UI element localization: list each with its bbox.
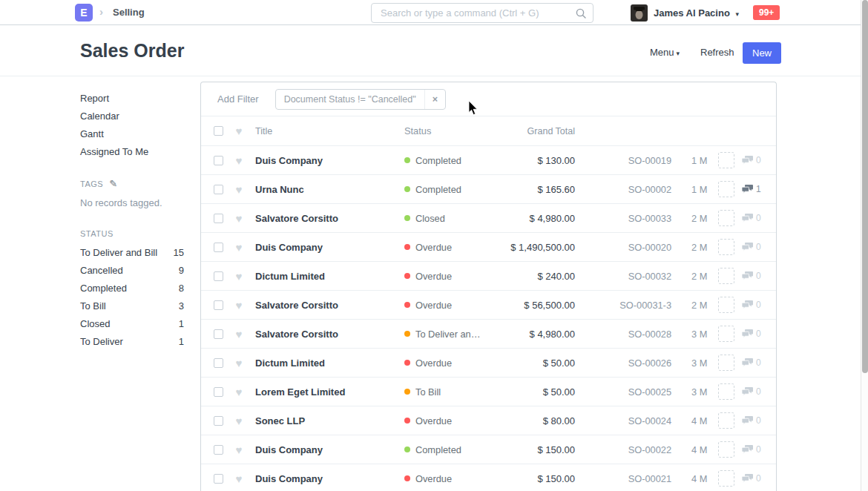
assignment-placeholder[interactable]	[718, 239, 734, 255]
column-grand-total[interactable]: Grand Total	[501, 126, 575, 136]
heart-icon[interactable]: ♥	[233, 213, 245, 224]
table-row[interactable]: ♥ Lorem Eget Limited To Bill $ 50.00 SO-…	[201, 378, 776, 406]
row-title[interactable]: Duis Company	[255, 155, 404, 166]
table-row[interactable]: ♥ Duis Company Completed $ 130.00 SO-000…	[201, 146, 776, 175]
row-title[interactable]: Lorem Eget Limited	[255, 386, 404, 398]
row-checkbox[interactable]	[214, 329, 223, 339]
row-checkbox[interactable]	[214, 358, 223, 368]
assignment-placeholder[interactable]	[718, 383, 734, 400]
assignment-placeholder[interactable]	[718, 412, 734, 429]
row-title[interactable]: Duis Company	[255, 242, 404, 253]
heart-icon[interactable]: ♥	[233, 444, 245, 455]
row-document-id[interactable]: SO-00028	[575, 329, 671, 340]
notifications-badge[interactable]: 99+	[753, 5, 780, 20]
search-input[interactable]	[372, 7, 576, 19]
row-document-id[interactable]: SO-00024	[575, 415, 671, 426]
row-checkbox[interactable]	[214, 416, 223, 426]
row-checkbox[interactable]	[214, 156, 223, 165]
heart-icon[interactable]: ♥	[233, 473, 245, 484]
add-filter-button[interactable]: Add Filter	[217, 93, 259, 105]
table-row[interactable]: ♥ Duis Company Overdue $ 1,490,500.00 SO…	[201, 233, 776, 262]
heart-icon[interactable]: ♥	[233, 386, 245, 398]
table-row[interactable]: ♥ Salvatore Corsitto Overdue $ 56,500.00…	[201, 291, 776, 320]
select-all-checkbox[interactable]	[214, 126, 223, 136]
row-checkbox[interactable]	[214, 300, 223, 310]
row-document-id[interactable]: SO-00021	[575, 473, 671, 484]
heart-icon[interactable]: ♥	[233, 184, 245, 195]
row-title[interactable]: Duis Company	[255, 473, 404, 484]
sidebar-view-item[interactable]: Gantt	[80, 125, 184, 143]
table-row[interactable]: ♥ Salvatore Corsitto Closed $ 4,980.00 S…	[201, 204, 776, 233]
sidebar-status-item[interactable]: Cancelled 9	[80, 262, 184, 280]
assignment-placeholder[interactable]	[718, 297, 734, 313]
row-title[interactable]: Urna Nunc	[255, 184, 404, 195]
sidebar-status-item[interactable]: Completed 8	[80, 280, 184, 297]
row-checkbox[interactable]	[214, 185, 223, 194]
row-title[interactable]: Salvatore Corsitto	[255, 213, 404, 224]
edit-tags-icon[interactable]: ✎	[109, 178, 117, 189]
search-icon[interactable]	[576, 8, 586, 19]
row-document-id[interactable]: SO-00033	[575, 213, 671, 224]
column-title[interactable]: Title	[255, 126, 404, 136]
row-title[interactable]: Duis Company	[255, 444, 404, 455]
global-search[interactable]	[371, 3, 594, 23]
row-title[interactable]: Dictum Limited	[255, 357, 404, 369]
assignment-placeholder[interactable]	[718, 152, 734, 168]
row-document-id[interactable]: SO-00026	[575, 357, 671, 369]
row-document-id[interactable]: SO-00022	[575, 444, 671, 455]
scrollbar-thumb[interactable]	[862, 0, 868, 373]
sidebar-view-item[interactable]: Report	[80, 90, 184, 108]
row-document-id[interactable]: SO-00020	[575, 242, 671, 253]
row-checkbox[interactable]	[214, 243, 223, 252]
table-row[interactable]: ♥ Duis Company Completed $ 150.00 SO-000…	[201, 435, 776, 464]
table-row[interactable]: ♥ Urna Nunc Completed $ 165.60 SO-00002 …	[201, 175, 776, 204]
scrollbar-track[interactable]	[861, 0, 868, 491]
table-row[interactable]: ♥ Sonec LLP Overdue $ 80.00 SO-00024 4 M…	[201, 406, 776, 435]
refresh-button[interactable]: Refresh	[700, 47, 734, 58]
heart-icon[interactable]: ♥	[233, 415, 245, 426]
breadcrumb[interactable]: Selling	[113, 7, 145, 18]
row-title[interactable]: Salvatore Corsitto	[255, 300, 404, 311]
heart-icon[interactable]: ♥	[233, 125, 245, 136]
row-checkbox[interactable]	[214, 214, 223, 223]
row-document-id[interactable]: SO-00019	[575, 155, 671, 166]
assignment-placeholder[interactable]	[718, 355, 734, 371]
sidebar-view-item[interactable]: Assigned To Me	[80, 143, 184, 161]
remove-filter-icon[interactable]: ×	[424, 90, 445, 109]
assignment-placeholder[interactable]	[718, 326, 734, 342]
row-title[interactable]: Sonec LLP	[255, 415, 404, 426]
heart-icon[interactable]: ♥	[233, 329, 245, 340]
row-document-id[interactable]: SO-00032	[575, 271, 671, 282]
row-document-id[interactable]: SO-00031-3	[575, 300, 671, 311]
row-document-id[interactable]: SO-00025	[575, 386, 671, 398]
table-row[interactable]: ♥ Duis Company Overdue $ 150.00 SO-00021…	[201, 464, 776, 491]
table-row[interactable]: ♥ Salvatore Corsitto To Deliver an… $ 4,…	[201, 320, 776, 349]
new-button[interactable]: New	[743, 42, 781, 64]
sidebar-status-item[interactable]: To Deliver and Bill 15	[80, 244, 184, 262]
sidebar-view-item[interactable]: Calendar	[80, 108, 184, 125]
assignment-placeholder[interactable]	[718, 441, 734, 458]
menu-button[interactable]: Menu▾	[650, 47, 680, 58]
row-checkbox[interactable]	[214, 387, 223, 397]
table-row[interactable]: ♥ Dictum Limited Overdue $ 50.00 SO-0002…	[201, 349, 776, 378]
table-row[interactable]: ♥ Dictum Limited Overdue $ 240.00 SO-000…	[201, 262, 776, 291]
sidebar-status-item[interactable]: To Deliver 1	[80, 333, 184, 351]
sidebar-status-item[interactable]: To Bill 3	[80, 297, 184, 315]
sidebar-status-item[interactable]: Closed 1	[80, 315, 184, 333]
heart-icon[interactable]: ♥	[233, 300, 245, 311]
heart-icon[interactable]: ♥	[233, 242, 245, 253]
row-checkbox[interactable]	[214, 474, 223, 484]
assignment-placeholder[interactable]	[718, 268, 734, 284]
heart-icon[interactable]: ♥	[233, 271, 245, 282]
heart-icon[interactable]: ♥	[233, 155, 245, 166]
user-menu[interactable]: James Al Pacino ▾	[654, 7, 739, 19]
row-title[interactable]: Dictum Limited	[255, 271, 404, 282]
column-status[interactable]: Status	[404, 125, 501, 136]
row-checkbox[interactable]	[214, 445, 223, 455]
app-logo[interactable]: E	[75, 4, 93, 22]
assignment-placeholder[interactable]	[718, 210, 734, 226]
assignment-placeholder[interactable]	[718, 181, 734, 197]
filter-chip-label[interactable]: Document Status != "Cancelled"	[276, 94, 424, 105]
assignment-placeholder[interactable]	[718, 470, 734, 487]
heart-icon[interactable]: ♥	[233, 357, 245, 369]
